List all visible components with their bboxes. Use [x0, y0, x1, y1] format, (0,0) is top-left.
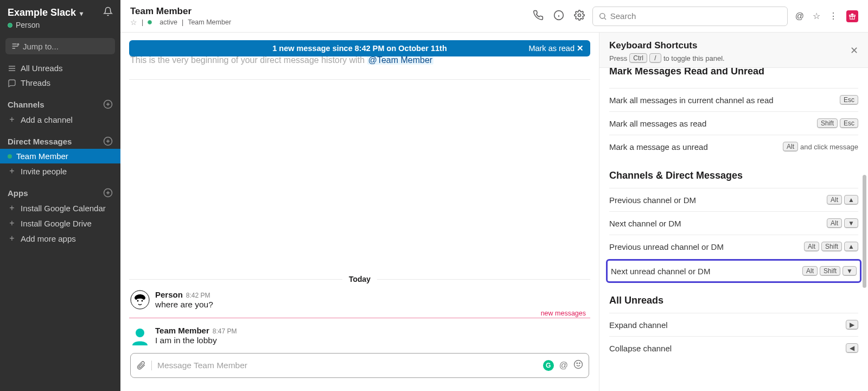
chevron-down-icon: ▾: [80, 10, 83, 17]
close-icon[interactable]: ✕: [850, 45, 858, 56]
kbd-key: ▼: [844, 218, 858, 228]
presence-dot-icon: [148, 20, 152, 24]
mark-as-read-button[interactable]: Mark as read✕: [528, 44, 584, 53]
gift-icon[interactable]: [846, 10, 858, 22]
jump-to-input[interactable]: Jump to...: [5, 38, 115, 54]
svg-point-10: [131, 291, 149, 309]
new-dm-icon[interactable]: [103, 136, 113, 146]
app-item-google-calendar[interactable]: +Install Google Calendar: [0, 200, 120, 216]
messages-column: 1 new message since 8:42 PM on October 1…: [120, 33, 599, 391]
new-message-banner[interactable]: 1 new message since 8:42 PM on October 1…: [129, 40, 590, 56]
kbd-key: Shift: [821, 242, 842, 251]
emoji-icon[interactable]: [573, 360, 583, 371]
app-item-add-more[interactable]: +Add more apps: [0, 231, 120, 246]
nav-all-unreads[interactable]: All Unreads: [0, 61, 120, 75]
settings-gear-icon[interactable]: [574, 10, 585, 23]
kbd-key: Alt: [802, 266, 818, 276]
kbd-key: ▶: [846, 320, 858, 330]
message-time: 8:47 PM: [213, 327, 237, 335]
message-row[interactable]: Person8:42 PM where are you?: [120, 288, 599, 312]
kbd-key: Shift: [817, 118, 838, 128]
notifications-bell-icon[interactable]: [103, 7, 113, 18]
mentions-icon[interactable]: @: [795, 11, 804, 21]
kbd-key: ▲: [844, 242, 858, 251]
add-channel-icon[interactable]: [103, 99, 113, 109]
star-icon[interactable]: ☆: [130, 18, 137, 27]
add-app-icon[interactable]: [103, 188, 113, 198]
message-sender[interactable]: Person: [155, 290, 183, 299]
day-divider: Today: [120, 275, 599, 283]
svg-point-14: [575, 361, 583, 369]
nav-threads[interactable]: Threads: [0, 75, 120, 90]
kbd-key: ▼: [843, 266, 857, 276]
app-item-google-drive[interactable]: +Install Google Drive: [0, 216, 120, 231]
shortcut-row: Mark all messages in current channel as …: [609, 88, 858, 111]
mention-link[interactable]: @Team Member: [367, 55, 434, 65]
close-icon[interactable]: ✕: [577, 44, 584, 53]
grammarly-icon[interactable]: G: [543, 360, 554, 371]
shortcut-row: Mark all messages as read ShiftEsc: [609, 111, 858, 135]
message-text: I am in the lobby: [155, 336, 589, 345]
kbd-key: Esc: [840, 118, 858, 128]
banner-text: 1 new message since 8:42 PM on October 1…: [129, 44, 590, 53]
search-input[interactable]: Search: [592, 7, 788, 26]
chat-header: Team Member ☆ | active | Team Member Sea…: [120, 0, 868, 33]
section-title: Channels & Direct Messages: [609, 170, 858, 181]
composer-input[interactable]: [157, 361, 538, 370]
info-icon[interactable]: [553, 10, 564, 23]
presence-label: active: [159, 18, 177, 26]
message-sender[interactable]: Team Member: [155, 326, 209, 335]
shortcut-row: Mark a message as unread Altand click me…: [609, 135, 858, 158]
avatar[interactable]: [130, 290, 150, 310]
add-channel-button[interactable]: +Add a channel: [0, 112, 120, 127]
svg-point-16: [579, 363, 580, 364]
workspace-switcher[interactable]: Example Slack ▾: [8, 7, 83, 18]
kbd-key: Alt: [804, 242, 819, 251]
kbd-key: Alt: [783, 142, 798, 152]
current-user-presence[interactable]: Person: [0, 21, 120, 35]
avatar[interactable]: [130, 326, 150, 345]
mention-icon[interactable]: @: [559, 361, 568, 370]
svg-point-11: [137, 300, 139, 302]
more-menu-icon[interactable]: ⋮: [829, 11, 838, 21]
attach-icon[interactable]: [136, 361, 152, 370]
panel-hint: Press Ctrl / to toggle this panel.: [609, 53, 858, 63]
apps-header[interactable]: Apps: [0, 185, 120, 200]
svg-point-0: [17, 43, 19, 45]
panel-title: Keyboard Shortcuts: [609, 40, 858, 51]
shortcut-row: Next channel or DM Alt▼: [609, 211, 858, 235]
presence-dot-icon: [8, 154, 12, 159]
svg-point-13: [136, 329, 144, 337]
section-title: All Unreads: [609, 295, 858, 306]
svg-point-15: [577, 363, 578, 364]
call-icon[interactable]: [533, 10, 544, 23]
conversation-subtitle: Team Member: [188, 18, 231, 26]
new-messages-divider: new messages: [120, 314, 599, 321]
kbd-key: ◀: [846, 343, 858, 353]
invite-people-button[interactable]: +Invite people: [0, 163, 120, 179]
shortcut-row: Expand channel ▶: [609, 313, 858, 336]
shortcut-row: Previous unread channel or DM AltShift▲: [609, 235, 858, 258]
kbd-key: Ctrl: [629, 53, 647, 63]
shortcut-row: Collapse channel ◀: [609, 336, 858, 360]
channels-header[interactable]: Channels: [0, 97, 120, 112]
kbd-key: Alt: [827, 218, 842, 228]
sidebar: Example Slack ▾ Person Jump to... All Un…: [0, 0, 120, 391]
presence-dot-icon: [8, 23, 12, 28]
kbd-key: Esc: [840, 95, 858, 105]
keyboard-shortcuts-panel: Keyboard Shortcuts Press Ctrl / to toggl…: [599, 33, 868, 391]
saved-star-icon[interactable]: ☆: [813, 11, 820, 21]
kbd-key: Alt: [827, 195, 842, 205]
kbd-key: Shift: [820, 266, 840, 276]
message-composer[interactable]: G @: [130, 353, 589, 378]
message-text: where are you?: [155, 300, 589, 310]
direct-messages-header[interactable]: Direct Messages: [0, 134, 120, 149]
dm-item-team-member[interactable]: Team Member: [0, 149, 120, 163]
search-icon: [598, 12, 607, 21]
search-placeholder: Search: [610, 11, 636, 21]
scrollbar[interactable]: [863, 75, 866, 388]
current-user-name: Person: [16, 21, 40, 29]
svg-point-5: [578, 14, 580, 16]
message-row[interactable]: Team Member8:47 PM I am in the lobby: [120, 324, 599, 348]
svg-point-12: [142, 300, 143, 302]
